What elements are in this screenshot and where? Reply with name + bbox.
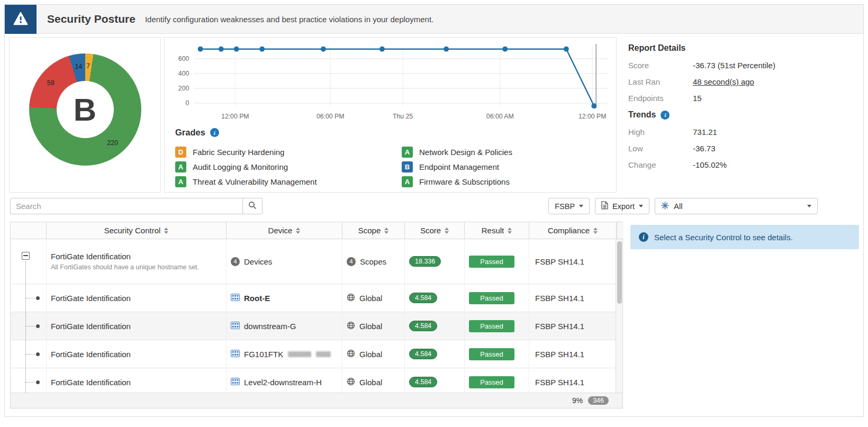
filter-selected-value: All <box>674 202 683 211</box>
select-control-info-banner: i Select a Security Control to see detai… <box>630 225 859 249</box>
report-details-panel: Report Details Score -36.73 (51st Percen… <box>620 37 859 193</box>
header-scrollbar-filler <box>617 222 623 239</box>
table-status-bar: 9% 346 <box>10 393 623 408</box>
scope-filter-select[interactable]: All <box>655 198 818 214</box>
table-row-parent[interactable]: FortiGate Identification All FortiGates … <box>11 239 622 284</box>
grades-grid: D Fabric Security Hardening A Audit Logg… <box>175 144 603 189</box>
score-cell: 4.584 <box>405 368 465 393</box>
column-header-result[interactable]: Result <box>465 222 529 239</box>
result-cell: Passed <box>465 239 529 284</box>
trends-info-icon[interactable]: i <box>661 111 670 120</box>
table-row-child[interactable]: FortiGate Identification FG101FT <box>11 340 622 368</box>
report-details-title: Report Details <box>628 43 857 53</box>
last-ran-link[interactable]: 48 second(s) ago <box>693 77 754 86</box>
result-cell: Passed <box>465 340 529 368</box>
grade-donut-chart[interactable]: B 72205914 <box>29 53 141 166</box>
search-input[interactable] <box>10 198 243 214</box>
scrollbar-thumb[interactable] <box>617 241 622 304</box>
trend-row-change: Change -105.02% <box>628 160 857 169</box>
sort-icon <box>164 228 168 234</box>
score-cell: 4.584 <box>405 312 465 340</box>
security-posture-icon-tile <box>5 5 37 34</box>
grade-item-threat-vulnerability: A Threat & Vulnerability Management <box>175 174 402 189</box>
tree-node-bullet <box>36 296 40 300</box>
scope-cell: Global <box>342 284 405 312</box>
svg-text:Thu 25: Thu 25 <box>393 113 413 120</box>
svg-text:200: 200 <box>178 85 189 92</box>
trend-low-value: -36.73 <box>693 144 716 153</box>
tree-node-bullet <box>36 352 40 356</box>
compliance-cell: FSBP SH14.1 <box>529 340 617 368</box>
compliance-cell: FSBP SH14.1 <box>529 312 617 340</box>
column-header-scope[interactable]: Scope <box>342 222 405 239</box>
grade-item-endpoint-management: B Endpoint Management <box>402 159 603 174</box>
device-cell: FG101FTK <box>227 340 342 368</box>
donut-center: B <box>57 81 114 138</box>
table-row-child[interactable]: FortiGate Identification Root-E <box>11 284 622 312</box>
security-control-cell: FortiGate Identification <box>47 312 227 340</box>
collapse-row-button[interactable] <box>22 252 30 260</box>
device-name: downstream-G <box>244 322 296 331</box>
export-dropdown-button[interactable]: Export <box>595 198 649 214</box>
donut-segment-label: 59 <box>47 79 55 87</box>
device-name: FG101FTK <box>244 350 283 359</box>
info-icon: i <box>639 232 648 242</box>
trend-high-value: 731.21 <box>693 128 717 137</box>
grade-item-network-design: A Network Design & Policies <box>402 144 603 159</box>
tree-cell <box>11 340 47 368</box>
table-body: FortiGate Identification All FortiGates … <box>10 239 623 393</box>
scope-count-badge: 4 <box>347 257 356 266</box>
score-badge: 4.584 <box>409 321 437 331</box>
trend-row-high: High 731.21 <box>628 128 857 137</box>
page-header: Security Posture Identify configuration … <box>5 5 863 34</box>
control-details-panel: i Select a Security Control to see detai… <box>630 222 859 249</box>
total-count-badge: 346 <box>588 396 609 405</box>
device-count-badge: 4 <box>231 257 240 266</box>
grade-item-firmware-subscriptions: A Firmware & Subscriptions <box>402 174 603 189</box>
column-header-compliance[interactable]: Compliance <box>529 222 617 239</box>
security-posture-page: Security Posture Identify configuration … <box>4 4 864 417</box>
fabric-asterisk-icon <box>661 202 669 211</box>
svg-text:400: 400 <box>178 70 189 77</box>
donut-segment-label: 220 <box>107 139 118 147</box>
table-row-child[interactable]: FortiGate Identification Level2- <box>11 368 622 393</box>
report-row-score: Score -36.73 (51st Percentile) <box>628 61 857 70</box>
compliance-cell: FSBP SH14.1 <box>529 239 617 284</box>
tree-cell <box>11 239 47 284</box>
device-cell: Root-E <box>227 284 342 312</box>
globe-icon <box>347 349 355 359</box>
grade-label: Firmware & Subscriptions <box>419 177 510 186</box>
column-header-security-control[interactable]: Security Control <box>47 222 227 239</box>
security-control-cell: FortiGate Identification <box>47 368 227 393</box>
table-scrollbar[interactable] <box>616 239 622 393</box>
grades-section: Grades i D Fabric Security Hardening A A… <box>168 124 611 189</box>
search-icon <box>248 201 257 211</box>
column-header-device[interactable]: Device <box>227 222 342 239</box>
fortigate-device-icon <box>231 378 240 387</box>
result-cell: Passed <box>465 284 529 312</box>
fsbp-dropdown-button[interactable]: FSBP <box>548 198 590 214</box>
result-cell: Passed <box>465 312 529 340</box>
table-row-child[interactable]: FortiGate Identification downstr <box>11 312 622 340</box>
grades-info-icon[interactable]: i <box>210 128 219 137</box>
tree-cell <box>11 284 47 312</box>
grade-item-audit-logging: A Audit Logging & Monitoring <box>175 159 402 174</box>
result-badge: Passed <box>469 348 514 360</box>
grade-label: Endpoint Management <box>419 162 499 171</box>
main-content: Security Control Device Scope Score Resu… <box>5 217 863 416</box>
report-row-endpoints: Endpoints 15 <box>628 94 857 103</box>
globe-icon <box>347 321 355 331</box>
result-cell: Passed <box>465 368 529 393</box>
search-button[interactable] <box>243 198 263 214</box>
device-cell: Level2-downstream-H <box>227 368 342 393</box>
dashboard-summary: B 72205914 12:00 PM06:00 PMThu 2506:00 A… <box>5 34 863 195</box>
scope-cell: 4 Scopes <box>342 239 405 284</box>
result-badge: Passed <box>469 376 514 388</box>
column-header-score[interactable]: Score <box>405 222 465 239</box>
table-toolbar: FSBP Export <box>5 195 863 217</box>
sort-icon <box>296 228 300 234</box>
svg-text:0: 0 <box>185 99 189 107</box>
grade-label: Threat & Vulnerability Management <box>193 177 317 186</box>
search-group <box>10 198 263 214</box>
globe-icon <box>347 377 355 387</box>
